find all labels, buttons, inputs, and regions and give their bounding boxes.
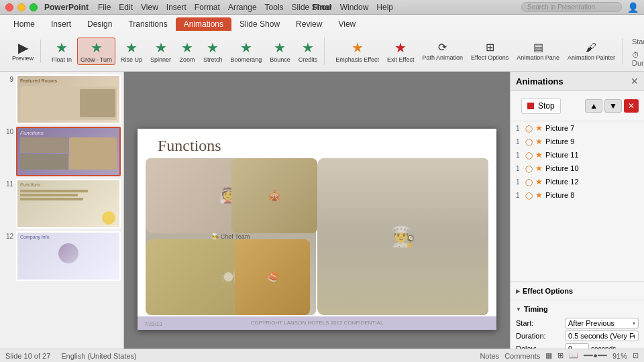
zoom-slider[interactable]: ━━●━━ [584,351,607,360]
star-icon-riseup: ★ [125,40,138,56]
tab-animations[interactable]: Animations [176,17,231,31]
effect-options-header[interactable]: ▶ Effect Options [516,285,639,297]
star-icon-growturn: ★ [91,40,103,56]
animation-list: 1 ◯ ★ Picture 7 1 ◯ ★ Picture 9 1 ◯ ★ Pi… [511,121,644,282]
menu-file[interactable]: File [98,3,111,12]
exit-effect-btn[interactable]: ★ Exit Effect [384,38,417,64]
menu-view[interactable]: View [141,3,158,12]
anim-grow-turn[interactable]: ★ Grow · Turn [77,38,115,65]
search-input[interactable]: Search in Presentation [521,2,622,12]
tab-view[interactable]: View [330,17,364,31]
close-button[interactable] [5,3,13,11]
animations-panel: Animations ✕ Stop ▲ ▼ ✕ 1 ◯ ★ Picture 7 [510,72,644,362]
menu-arrange[interactable]: Arrange [228,3,257,12]
menu-edit[interactable]: Edit [119,3,133,12]
slide-area: ◀ ▶ Functions 👰 Wedding Party [124,72,510,362]
menu-format[interactable]: Format [195,3,220,12]
animations-panel-close[interactable]: ✕ [631,76,639,86]
tab-slideshow[interactable]: Slide Show [231,17,288,31]
anim-item-2[interactable]: 1 ◯ ★ Picture 11 [513,148,641,162]
move-down-button[interactable]: ▼ [604,99,622,113]
effect-options-triangle: ▶ [516,288,520,294]
anim-rise-up[interactable]: ★ Rise Up [118,38,145,64]
timing-duration-field[interactable]: 0.5 seconds (Very Fast) ▾ [565,330,639,341]
timing-section: Start: After Previous ▲▼ ⏱ Duration: 00:… [627,35,644,67]
user-icon[interactable]: 👤 [627,2,639,13]
toolbar-right: Search in Presentation 👤 [521,2,639,13]
anim-pane-btn[interactable]: ▤ Animation Pane [514,40,562,62]
star-icon-floatin: ★ [56,40,68,56]
anim-bounce[interactable]: ★ Bounce [267,38,293,64]
view-normal-icon[interactable]: ▦ [545,351,552,360]
anim-pane-icon: ▤ [533,41,543,54]
tab-design[interactable]: Design [79,17,120,31]
timing-duration-label: Duration: [516,332,563,340]
exit-icon: ★ [394,40,407,56]
move-up-button[interactable]: ▲ [585,99,602,113]
stop-button[interactable]: Stop [521,98,561,114]
anim-item-4[interactable]: 1 ◯ ★ Picture 12 [513,175,641,188]
slide-thumb-11[interactable]: 11 Functions [3,179,121,229]
slide-canvas: Functions 👰 Wedding Party 👨‍🍳 Chef Te [138,129,496,330]
tab-review[interactable]: Review [288,17,330,31]
animations-panel-header: Animations ✕ [511,72,644,91]
view-reader-icon[interactable]: 📖 [569,351,578,360]
anim-spinner[interactable]: ★ Spinner [148,38,174,64]
status-right: Notes Comments ▦ ⊞ 📖 ━━●━━ 91% ⊡ [480,351,639,360]
fullscreen-button[interactable] [30,3,38,11]
anim-item-3[interactable]: 1 ◯ ★ Picture 10 [513,162,641,175]
app-name: PowerPoint [44,3,89,12]
anim-float-in[interactable]: ★ Float In [49,38,74,64]
tabs-bar: Home Insert Design Transitions Animation… [0,15,644,31]
slide-thumb-9[interactable]: 9 Featured Rooms [3,74,121,124]
fit-window-icon[interactable]: ⊡ [633,351,639,360]
effects-group: ★ Emphasis Effect ★ Exit Effect ⟳ Path A… [329,38,623,64]
effect-options-btn[interactable]: ⊞ Effect Options [468,40,511,62]
minimize-button[interactable] [17,3,25,11]
emphasis-effect-btn[interactable]: ★ Emphasis Effect [333,38,382,64]
anim-boomerang[interactable]: ★ Boomerang [228,38,265,64]
star-icon-bounce: ★ [274,40,286,56]
reorder-controls: ▲ ▼ ✕ [585,99,639,113]
notes-btn[interactable]: Notes [480,352,499,360]
slide-thumb-12[interactable]: 12 Company Info [3,231,121,281]
menu-window[interactable]: Window [340,3,369,12]
slide-image-11: Functions [16,179,121,229]
comments-btn[interactable]: Comments [504,352,540,360]
star-icon-spinner: ★ [155,40,167,56]
timing-start-field[interactable]: After Previous ▾ [565,318,639,328]
menu-help[interactable]: Help [376,3,393,12]
menu-insert[interactable]: Insert [166,3,186,12]
anim-painter-icon: 🖌 [586,42,596,54]
stop-row: Stop ▲ ▼ ✕ [511,91,644,121]
stop-label: Stop [538,101,555,111]
path-anim-btn[interactable]: ⟳ Path Animation [419,40,466,62]
timing-header[interactable]: ▼ Timing [516,303,639,315]
menu-tools[interactable]: Tools [265,3,284,12]
preview-button[interactable]: ▶ Preview [9,40,36,63]
tab-home[interactable]: Home [5,17,43,31]
timing-start-select[interactable]: After Previous [568,319,635,327]
star-icon-zoom: ★ [181,40,193,56]
anim-item-5[interactable]: 1 ◯ ★ Picture 8 [513,188,641,202]
timing-duration-select[interactable]: 0.5 seconds (Very Fast) [568,332,635,340]
star-icon-stretch: ★ [207,40,219,56]
window-controls[interactable] [5,3,38,11]
view-grid-icon[interactable]: ⊞ [557,351,564,360]
anim-stretch[interactable]: ★ Stretch [201,38,225,64]
language: English (United States) [61,352,137,360]
anim-zoom[interactable]: ★ Zoom [176,38,198,64]
slide-thumb-10[interactable]: 10 Functions [3,127,121,176]
anim-item-0[interactable]: 1 ◯ ★ Picture 7 [513,121,641,135]
remove-animation-button[interactable]: ✕ [624,99,639,113]
star-icon-credits: ★ [302,40,314,56]
slide-title: Functions [158,137,221,155]
tab-transitions[interactable]: Transitions [120,17,175,31]
timing-start-label: Start: [516,319,563,327]
effect-options-icon: ⊞ [486,41,494,54]
anim-credits[interactable]: ★ Credits [296,38,321,64]
anim-painter-btn[interactable]: 🖌 Animation Painter [565,40,618,62]
tab-insert[interactable]: Insert [43,17,79,31]
anim-item-1[interactable]: 1 ◯ ★ Picture 9 [513,135,641,148]
ribbon: Home Insert Design Transitions Animation… [0,15,644,72]
